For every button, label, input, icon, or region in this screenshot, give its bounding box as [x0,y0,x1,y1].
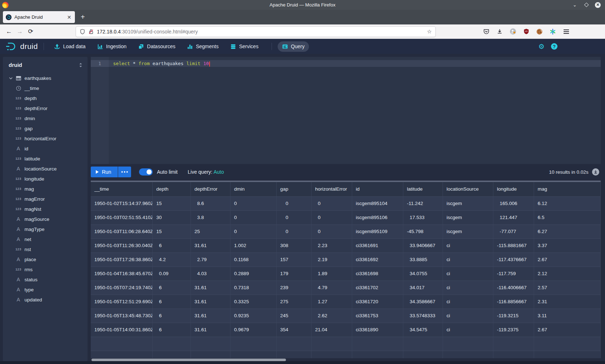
cell-longitude[interactable]: -115.8881667 [493,239,534,252]
cell-depth[interactable]: 4.2 [153,253,191,267]
cell-id[interactable]: iscgem895106 [352,211,403,224]
cell-__time[interactable]: 1950-01-03T17:26:38.860Z [91,253,153,267]
cell-id[interactable]: ci3361890 [352,323,403,337]
cell-latitude[interactable]: 33.9406667 [403,239,443,252]
cell-horizontalError[interactable]: 1.27 [312,295,352,309]
cell-horizontalError[interactable]: 2.62 [312,309,352,323]
cell-dmin[interactable]: 1.002 [230,239,277,252]
column-header-mag[interactable]: mag [534,182,601,196]
cell-latitude[interactable]: 33.5748333 [403,309,443,323]
cookie-extension-icon[interactable] [536,28,543,35]
extension-asterisk-icon[interactable] [549,28,556,35]
schema-column-magNst[interactable]: 123 magNst [3,204,88,214]
cell-depth[interactable]: 6 [153,239,191,252]
schema-column-nst[interactable]: 123 nst [3,244,88,254]
cell-longitude[interactable]: -116.8856667 [493,295,534,309]
window-minimize-button[interactable]: ⌄ [572,2,578,8]
cell-locationSource[interactable]: ci [443,295,493,309]
schema-column-place[interactable]: A place [3,254,88,264]
pocket-icon[interactable] [483,28,490,35]
insecure-lock-icon[interactable] [88,29,94,35]
cell-longitude[interactable]: -119.3215 [493,309,534,323]
cell-locationSource[interactable]: ci [443,281,493,295]
cell-id[interactable]: ci3361692 [352,253,403,267]
cell-longitude[interactable]: -117.4376667 [493,253,534,267]
back-button[interactable]: ← [4,26,14,37]
forward-button[interactable]: → [14,26,25,37]
cell-mag[interactable]: 2.67 [534,323,601,337]
nav-item-segments[interactable]: Segments [183,41,223,52]
schema-column-magSource[interactable]: A magSource [3,214,88,224]
column-header-longitude[interactable]: longitude [493,182,534,196]
ublock-origin-icon[interactable]: UO [523,28,530,35]
schema-column-magType[interactable]: A magType [3,224,88,234]
run-more-options-button[interactable] [118,167,131,177]
cell-horizontalError[interactable]: 4.79 [312,281,352,295]
cell-id[interactable]: iscgem895109 [352,225,403,238]
schema-column-horizontalError[interactable]: 123 horizontalError [3,133,88,144]
cell-dmin[interactable]: 0.1168 [230,253,277,267]
cell-depthError[interactable]: 3.8 [191,211,230,224]
schema-column-updated[interactable]: A updated [3,295,88,305]
cell-dmin[interactable]: 0.7318 [230,281,277,295]
cell-depth[interactable]: 15 [153,225,191,238]
cell-horizontalError[interactable]: 2.19 [312,253,352,267]
sort-double-caret-icon[interactable] [79,63,82,68]
cell-__time[interactable]: 1950-01-05T07:24:19.740Z [91,281,153,295]
cell-latitude[interactable]: 33.8885 [403,253,443,267]
help-icon[interactable]: ? [551,43,557,50]
run-button[interactable]: Run [91,167,118,177]
cell-depthError[interactable]: 31.61 [191,239,230,252]
schema-column-longitude[interactable]: 123 longitude [3,174,88,184]
cell-id[interactable]: ci3361753 [352,309,403,323]
download-results-icon[interactable] [592,168,599,176]
cell-longitude[interactable]: -77.077 [493,225,534,238]
cell-dmin[interactable]: 0 [230,225,277,238]
cell-depth[interactable]: 6 [153,281,191,295]
cell-mag[interactable]: 2.67 [534,253,601,267]
cell-longitude[interactable]: -116.4006667 [493,281,534,295]
cell-__time[interactable]: 1950-01-04T16:38:45.670Z [91,267,153,281]
schema-column-depth[interactable]: 123 depth [3,93,88,103]
cell-id[interactable]: ci3361720 [352,295,403,309]
cell-latitude[interactable]: -45.798 [403,225,443,238]
cell-latitude[interactable]: 17.533 [403,211,443,224]
cell-mag[interactable]: 6.12 [534,197,601,210]
cell-depth[interactable]: 30 [153,211,191,224]
cell-mag[interactable]: 3.37 [534,239,601,252]
reload-button[interactable]: ⟳ [25,26,36,37]
cell-locationSource[interactable]: iscgem [443,225,493,238]
cell-gap[interactable]: 0 [277,211,312,224]
downloads-icon[interactable] [496,28,503,35]
schema-column-id[interactable]: A id [3,144,88,154]
cell-locationSource[interactable]: iscgem [443,211,493,224]
cell-dmin[interactable]: 0 [230,211,277,224]
cell-horizontalError[interactable]: 0 [312,225,352,238]
nav-item-load-data[interactable]: Load data [50,41,90,52]
cell-__time[interactable]: 1950-01-05T13:45:48.730Z [91,309,153,323]
column-header-depthError[interactable]: depthError [191,182,230,196]
url-bar[interactable]: 172.18.0.4:30109/unified-console.html#qu… [76,26,436,37]
live-query-value[interactable]: Auto [214,169,224,175]
column-header-__time[interactable]: __time [91,182,153,196]
datasource-earthquakes[interactable]: earthquakes [3,73,88,83]
cell-depthError[interactable]: 4.03 [191,267,230,281]
cell-depthError[interactable]: 8.6 [191,197,230,210]
sql-line[interactable]: select * from earthquakes limit 10 [109,60,601,67]
sql-editor[interactable]: 1 select * from earthquakes limit 10 [91,57,601,164]
cell-id[interactable]: iscgem895104 [352,197,403,210]
cell-horizontalError[interactable]: 21.04 [312,323,352,337]
cell-mag[interactable]: 2.57 [534,281,601,295]
cell-__time[interactable]: 1950-01-03T11:26:30.040Z [91,239,153,252]
cell-depth[interactable]: 15 [153,197,191,210]
schema-column-magError[interactable]: 123 magError [3,194,88,204]
cell-locationSource[interactable]: ci [443,239,493,252]
cell-depthError[interactable]: 31.61 [191,281,230,295]
cell-horizontalError[interactable]: 1.89 [312,267,352,281]
horizontal-scrollbar[interactable] [91,358,601,361]
schema-column-mag[interactable]: 123 mag [3,184,88,194]
schema-column-type[interactable]: A type [3,285,88,295]
cell-id[interactable]: ci3361698 [352,267,403,281]
auto-limit-toggle[interactable] [139,168,153,176]
cell-gap[interactable]: 245 [277,309,312,323]
